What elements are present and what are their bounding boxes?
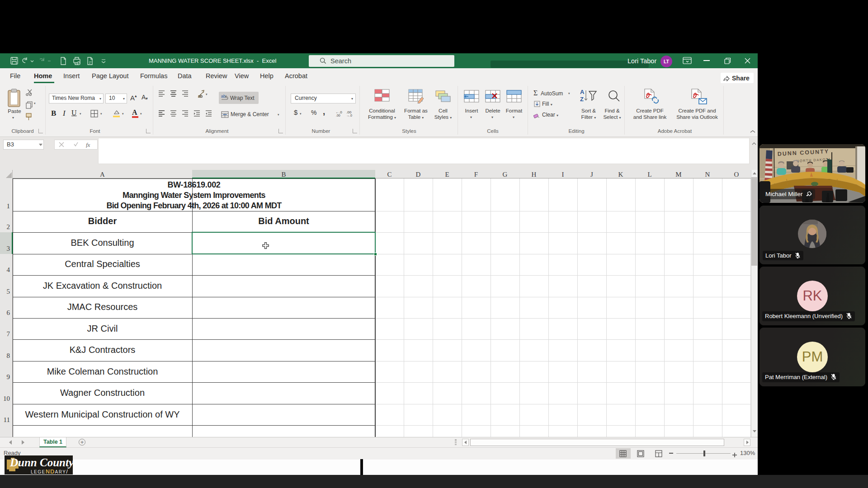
svg-text:fx: fx: [86, 141, 90, 148]
svg-text:ab: ab: [221, 94, 226, 99]
svg-text:.00: .00: [336, 114, 340, 117]
svg-text:→.0: →.0: [346, 114, 352, 117]
svg-text:Z: Z: [580, 96, 584, 103]
svg-text:ab: ab: [198, 94, 203, 98]
svg-text:A: A: [580, 89, 585, 95]
